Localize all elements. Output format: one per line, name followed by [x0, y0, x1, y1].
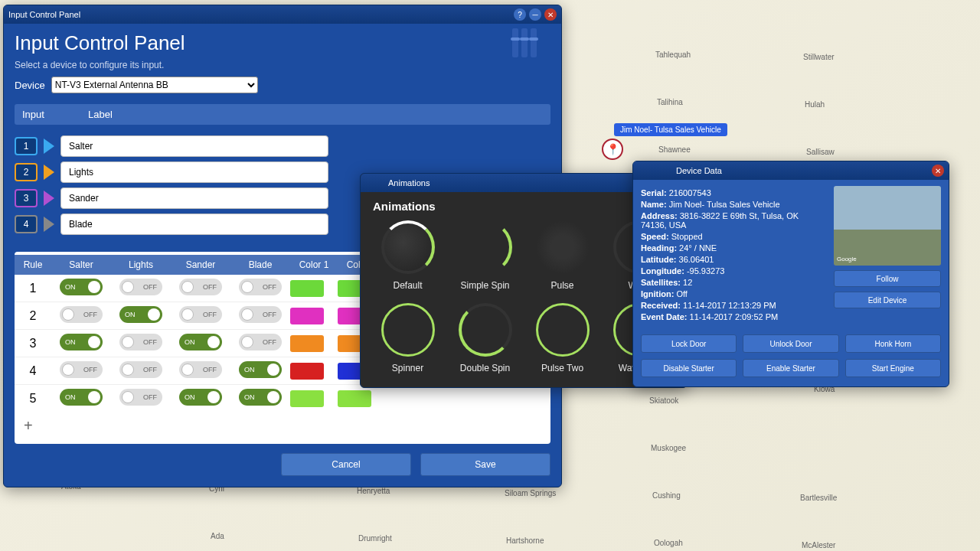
honk-horn-button[interactable]: Honk Horn — [845, 334, 941, 353]
rule-number: 4 — [15, 364, 51, 378]
lock-door-button[interactable]: Lock Door — [641, 334, 737, 353]
minimize-icon[interactable]: ─ — [529, 8, 541, 21]
toggle-blade[interactable]: OFF — [239, 334, 282, 350]
svg-marker-2 — [44, 191, 54, 206]
devdata-titlebar[interactable]: Device Data ✕ — [633, 161, 949, 180]
add-rule-button[interactable]: + — [15, 412, 550, 439]
map-city-label: Hartshorne — [506, 536, 544, 545]
enable-starter-button[interactable]: Enable Starter — [743, 359, 838, 377]
animation-option-pulse[interactable]: Pulse — [528, 220, 597, 291]
device-data-row: Satellites: 12 — [641, 278, 826, 287]
close-icon[interactable]: ✕ — [544, 8, 557, 21]
triangle-icon — [44, 165, 54, 180]
toggle-lights[interactable]: OFF — [119, 389, 162, 406]
toggle-salter[interactable]: OFF — [60, 306, 103, 323]
animation-option-double-spin[interactable]: Double Spin — [450, 303, 520, 373]
animation-label: Pulse — [550, 280, 573, 291]
animation-option-default[interactable]: Default — [373, 220, 443, 291]
animation-ring-icon — [381, 303, 435, 357]
toggle-sander[interactable]: OFF — [179, 361, 222, 378]
color1-swatch[interactable] — [290, 363, 324, 380]
map-city-label: Drumright — [358, 534, 392, 543]
color1-swatch[interactable] — [290, 308, 324, 324]
map-city-label: Tahlequah — [655, 51, 691, 59]
color1-swatch[interactable] — [290, 335, 324, 352]
toggle-sander[interactable]: OFF — [179, 279, 222, 295]
animation-ring-icon — [459, 303, 512, 357]
toggle-lights[interactable]: OFF — [119, 279, 162, 295]
animation-ring-icon — [536, 220, 590, 274]
map-city-label: Sallisaw — [806, 148, 835, 156]
device-data-row: Latitude: 36.06401 — [641, 255, 826, 264]
rule-number: 3 — [15, 337, 51, 350]
toggle-salter[interactable]: ON — [60, 389, 103, 406]
svg-marker-3 — [44, 217, 54, 232]
map-vehicle-label[interactable]: Jim Noel- Tulsa Sales Vehicle — [614, 123, 727, 136]
map-city-label: Hulah — [805, 100, 825, 109]
toggle-salter[interactable]: ON — [60, 279, 103, 295]
unlock-door-button[interactable]: Unlock Door — [743, 334, 838, 353]
map-city-label: Oologah — [654, 539, 683, 547]
device-data-row: Event Date: 11-14-2017 2:09:52 PM — [641, 312, 826, 321]
input-label-field-1[interactable] — [60, 135, 328, 157]
toggle-blade[interactable]: ON — [239, 389, 282, 406]
help-icon[interactable]: ? — [514, 8, 526, 21]
input-badge-3: 3 — [15, 189, 38, 207]
map-city-label: Skiatook — [649, 396, 678, 405]
map-city-label: Stillwater — [803, 53, 835, 61]
animation-label: Default — [393, 280, 422, 291]
animation-option-spinner[interactable]: Spinner — [373, 303, 443, 373]
toggle-blade[interactable]: OFF — [239, 279, 282, 295]
device-data-row: Ignition: Off — [641, 289, 826, 298]
color1-swatch[interactable] — [290, 280, 324, 297]
device-data-row: Received: 11-14-2017 12:13:29 PM — [641, 301, 826, 310]
input-badge-1: 1 — [15, 137, 38, 155]
toggle-blade[interactable]: OFF — [239, 306, 282, 323]
map-vehicle-marker[interactable]: 📍 — [602, 139, 623, 160]
toggle-sander[interactable]: OFF — [179, 306, 222, 323]
input-label-field-4[interactable] — [60, 214, 328, 235]
input-header-row: Input Label — [15, 104, 550, 125]
map-city-label: Cushing — [652, 491, 681, 500]
start-engine-button[interactable]: Start Engine — [845, 359, 941, 377]
toggle-salter[interactable]: ON — [60, 334, 103, 350]
animation-ring-icon — [459, 220, 512, 274]
animation-option-pulse-two[interactable]: Pulse Two — [528, 303, 597, 373]
follow-button[interactable]: Follow — [834, 270, 941, 287]
toggle-sander[interactable]: ON — [179, 334, 222, 350]
save-button[interactable]: Save — [420, 453, 550, 476]
map-city-label: Ada — [211, 532, 224, 540]
animation-option-simple-spin[interactable]: Simple Spin — [450, 220, 520, 291]
input-label-field-3[interactable] — [60, 187, 328, 209]
header-input: Input — [22, 109, 88, 120]
device-data-row: Address: 3816-3822 E 69th St, Tulsa, OK … — [641, 211, 826, 230]
edit-device-button[interactable]: Edit Device — [834, 292, 941, 308]
toggle-salter[interactable]: OFF — [60, 361, 103, 378]
device-data-row: Serial: 216007543 — [641, 188, 826, 197]
toggle-sander[interactable]: ON — [179, 389, 222, 406]
color1-swatch[interactable] — [290, 390, 324, 407]
close-icon[interactable]: ✕ — [932, 165, 944, 177]
toggle-lights[interactable]: ON — [119, 306, 162, 323]
icp-titlebar[interactable]: Input Control Panel ? ─ ✕ — [4, 5, 561, 24]
disable-starter-button[interactable]: Disable Starter — [641, 359, 737, 377]
map-city-label: Bartlesville — [800, 494, 837, 502]
toggle-blade[interactable]: ON — [239, 361, 282, 378]
cancel-button[interactable]: Cancel — [281, 453, 411, 476]
svg-marker-1 — [44, 165, 54, 180]
map-city-label: Henryetta — [357, 487, 390, 495]
devdata-window-title: Device Data — [676, 166, 722, 175]
device-label: Device — [15, 80, 45, 91]
rule-number: 2 — [15, 309, 51, 323]
color2-swatch[interactable] — [338, 390, 371, 407]
device-data-row: Name: Jim Noel- Tulsa Sales Vehicle — [641, 200, 826, 209]
icp-window-title: Input Control Panel — [8, 10, 80, 19]
toggle-lights[interactable]: OFF — [119, 334, 162, 350]
map-city-label: Muskogee — [651, 444, 686, 452]
device-select[interactable]: NT-V3 External Antenna BB — [51, 77, 258, 93]
input-badge-4: 4 — [15, 215, 38, 233]
animation-ring-icon — [536, 303, 590, 357]
streetview-thumbnail[interactable]: Google — [834, 186, 941, 266]
input-label-field-2[interactable] — [60, 161, 328, 183]
toggle-lights[interactable]: OFF — [119, 361, 162, 378]
